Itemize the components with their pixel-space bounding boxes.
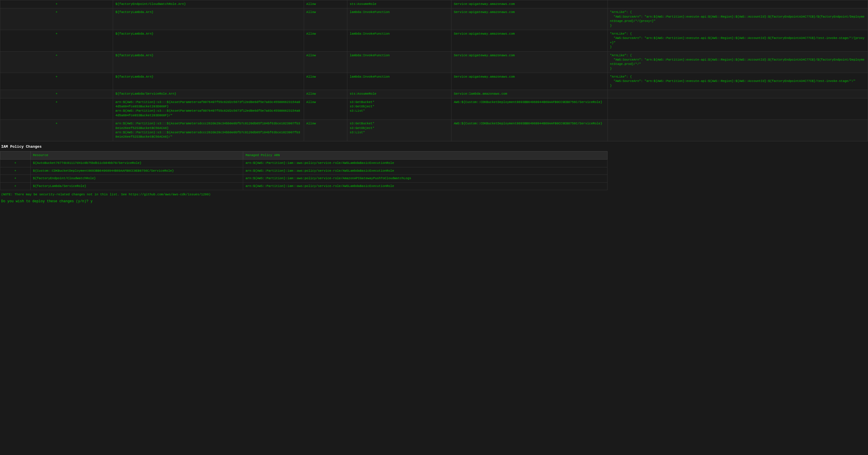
policy-row-plus-indicator: + — [0, 175, 31, 182]
iam-statement-row: +${factoryLambda/ServiceRole.Arn}Allowst… — [0, 90, 868, 98]
iam-statement-row: +${factoryLambda.Arn}Allowlambda:InvokeF… — [0, 73, 868, 90]
row-principal: Service:apigateway.amazonaws.com — [452, 30, 608, 51]
iam-statement-row: +arn:${AWS::Partition}:s3:::${AssetParam… — [0, 120, 868, 141]
row-plus-indicator: + — [0, 0, 113, 8]
row-action: s3:GetBucket* s3:GetObject* s3:List* — [347, 120, 452, 141]
row-resource: ${factoryLambda.Arn} — [113, 51, 304, 73]
row-action: lambda:InvokeFunction — [347, 30, 452, 51]
security-note: (NOTE: There may be security-related cha… — [0, 190, 868, 198]
row-resource: ${factoryLambda.Arn} — [113, 30, 304, 51]
policy-table-row: +${factoryEndpoint/CloudWatchRole}arn:${… — [0, 175, 608, 182]
note-text-content: (NOTE: There may be security-related cha… — [1, 193, 211, 196]
row-plus-indicator: + — [0, 90, 113, 98]
iam-statement-row: +${factoryEndpoint/CloudWatchRole.Arn}Al… — [0, 0, 868, 8]
row-action: lambda:InvokeFunction — [347, 51, 452, 73]
iam-policy-changes-title: IAM Policy Changes — [0, 141, 868, 151]
iam-statement-row: +arn:${AWS::Partition}:s3:::${AssetParam… — [0, 98, 868, 120]
policy-row-plus-indicator: + — [0, 182, 31, 190]
row-condition — [608, 120, 868, 141]
row-principal: Service:apigateway.amazonaws.com — [452, 73, 608, 90]
policy-table-header-1: Managed Policy ARN — [243, 151, 608, 159]
policy-table-row: +${factoryLambda/ServiceRole}arn:${AWS::… — [0, 182, 608, 190]
row-effect: Allow — [304, 30, 347, 51]
policy-row-resource: ${Custom::CDKBucketDeployment8693BB64968… — [31, 167, 243, 175]
row-plus-indicator: + — [0, 120, 113, 141]
row-principal: Service:lambda.amazonaws.com — [452, 90, 608, 98]
row-effect: Allow — [304, 73, 347, 90]
row-resource: ${factoryLambda.Arn} — [113, 8, 304, 30]
row-condition — [608, 98, 868, 120]
row-plus-indicator: + — [0, 73, 113, 90]
policy-table-header-row: ResourceManaged Policy ARN — [0, 151, 608, 159]
row-condition: "ArnLike": { "AWS:SourceArn": "arn:${AWS… — [608, 30, 868, 51]
row-action: lambda:InvokeFunction — [347, 8, 452, 30]
policy-table-row: +${Custom::CDKBucketDeployment8693BB6496… — [0, 167, 608, 175]
policy-row-plus-indicator: + — [0, 167, 31, 175]
iam-statement-row: +${factoryLambda.Arn}Allowlambda:InvokeF… — [0, 8, 868, 30]
row-effect: Allow — [304, 90, 347, 98]
row-action: sts:AssumeRole — [347, 0, 452, 8]
deploy-prompt: Do you wish to deploy these changes (y/n… — [0, 198, 868, 206]
row-effect: Allow — [304, 51, 347, 73]
iam-statement-table: +${factoryEndpoint/CloudWatchRole.Arn}Al… — [0, 0, 868, 141]
policy-row-resource: ${AutoBucket7677dc81117d41c0b75bdb11cb84… — [31, 159, 243, 167]
policy-table-header-0: Resource — [31, 151, 243, 159]
policy-row-arn: arn:${AWS::Partition}:iam::aws:policy/se… — [243, 182, 608, 190]
row-action: sts:AssumeRole — [347, 90, 452, 98]
policy-row-plus-indicator: + — [0, 159, 31, 167]
row-condition — [608, 90, 868, 98]
main-container: +${factoryEndpoint/CloudWatchRole.Arn}Al… — [0, 0, 868, 455]
row-effect: Allow — [304, 8, 347, 30]
row-effect: Allow — [304, 120, 347, 141]
row-resource: arn:${AWS::Partition}:s3:::${AssetParame… — [113, 120, 304, 141]
policy-table-row: +${AutoBucket7677dc81117d41c0b75bdb11cb8… — [0, 159, 608, 167]
policy-row-resource: ${factoryLambda/ServiceRole} — [31, 182, 243, 190]
iam-policy-table: ResourceManaged Policy ARN +${AutoBucket… — [0, 151, 608, 190]
policy-header-plus — [0, 151, 31, 159]
row-action: lambda:InvokeFunction — [347, 73, 452, 90]
row-condition: "ArnLike": { "AWS:SourceArn": "arn:${AWS… — [608, 73, 868, 90]
row-resource: ${factoryEndpoint/CloudWatchRole.Arn} — [113, 0, 304, 8]
iam-statement-row: +${factoryLambda.Arn}Allowlambda:InvokeF… — [0, 51, 868, 73]
policy-row-arn: arn:${AWS::Partition}:iam::aws:policy/se… — [243, 167, 608, 175]
policy-row-arn: arn:${AWS::Partition}:iam::aws:policy/se… — [243, 175, 608, 182]
row-resource: ${factoryLambda/ServiceRole.Arn} — [113, 90, 304, 98]
row-principal: AWS:${Custom::CDKBucketDeployment8693BB6… — [452, 120, 608, 141]
row-resource: arn:${AWS::Partition}:s3:::${AssetParame… — [113, 98, 304, 120]
row-plus-indicator: + — [0, 8, 113, 30]
row-effect: Allow — [304, 0, 347, 8]
row-action: s3:GetBucket* s3:GetObject* s3:List* — [347, 98, 452, 120]
policy-row-arn: arn:${AWS::Partition}:iam::aws:policy/se… — [243, 159, 608, 167]
row-condition — [608, 0, 868, 8]
policy-row-resource: ${factoryEndpoint/CloudWatchRole} — [31, 175, 243, 182]
iam-statement-row: +${factoryLambda.Arn}Allowlambda:InvokeF… — [0, 30, 868, 51]
row-resource: ${factoryLambda.Arn} — [113, 73, 304, 90]
row-principal: Service:apigateway.amazonaws.com — [452, 51, 608, 73]
row-condition: "ArnLike": { "AWS:SourceArn": "arn:${AWS… — [608, 51, 868, 73]
row-plus-indicator: + — [0, 30, 113, 51]
row-principal: AWS:${Custom::CDKBucketDeployment8693BB6… — [452, 98, 608, 120]
row-principal: Service:apigateway.amazonaws.com — [452, 8, 608, 30]
row-effect: Allow — [304, 98, 347, 120]
row-plus-indicator: + — [0, 98, 113, 120]
row-plus-indicator: + — [0, 51, 113, 73]
row-condition: "ArnLike": { "AWS:SourceArn": "arn:${AWS… — [608, 8, 868, 30]
row-principal: Service:apigateway.amazonaws.com — [452, 0, 608, 8]
